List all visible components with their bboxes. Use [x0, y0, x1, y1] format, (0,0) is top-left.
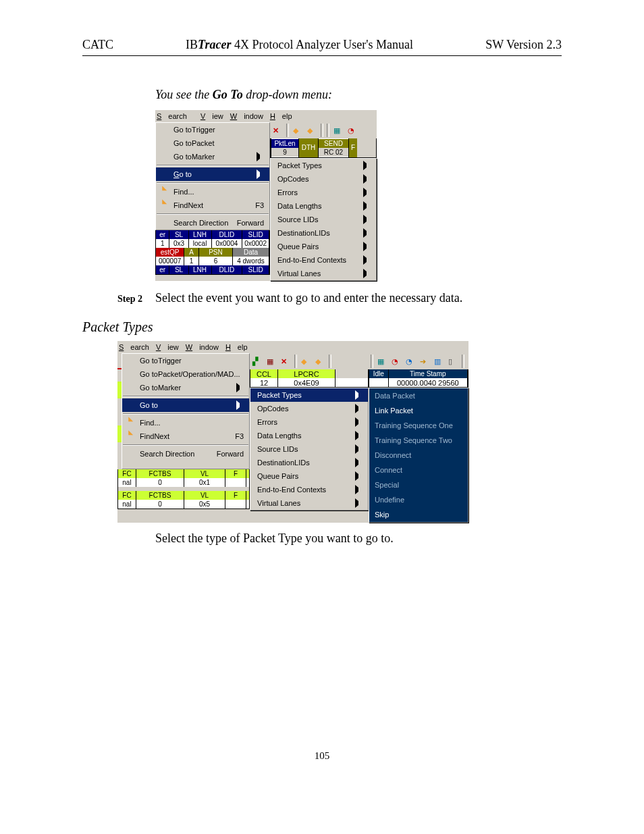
t-tso[interactable]: Training Sequence One — [369, 418, 468, 433]
t-connect[interactable]: Connect — [369, 463, 468, 477]
screenshot-packet-types: Search View Window Help — [117, 341, 468, 523]
find-next-icon[interactable]: ◆ — [314, 355, 326, 367]
report-icon[interactable]: ▦ — [376, 355, 388, 367]
header-center: IBTracer 4X Protocol Analyzer User's Man… — [186, 37, 413, 53]
page-number: 105 — [82, 750, 562, 763]
sub-virtual-lanes[interactable]: Virtual Lanes — [250, 496, 368, 510]
menu-window[interactable]: Window — [186, 342, 219, 352]
toolbar-2-right: ▦ ◔ ◔ ➔ ▥ ▯ — [369, 353, 468, 369]
section-packet-types: Packet Types — [82, 318, 562, 336]
sub-destination-lids[interactable]: Destination LIDs — [271, 226, 376, 240]
x-icon[interactable]: ✕ — [271, 124, 284, 136]
x-icon[interactable]: ✕ — [279, 355, 292, 367]
find-icon — [125, 418, 134, 427]
packet-types-tertiary: Data Packet Link Packet Training Sequenc… — [369, 388, 468, 523]
report-icon[interactable]: ▦ — [332, 124, 344, 136]
search-menu-panel-2: Go to Trigger Go to Packet/Operation/MAD… — [122, 353, 250, 469]
find-icon — [159, 187, 168, 197]
sub-data-lengths[interactable]: Data Lengths — [271, 199, 376, 213]
sub-errors[interactable]: Errors — [250, 415, 368, 429]
menu-search[interactable]: Search — [157, 111, 194, 121]
search-direction-item[interactable]: Search DirectionForward — [122, 447, 249, 461]
header-strip-3: Idle Time Stamp 00000.0040 29560 — [369, 369, 468, 388]
screenshot-goto-menu: Search View Window Help Go to Trigger Go… — [155, 110, 377, 281]
go-to-trigger-item[interactable]: Go to Trigger — [156, 123, 269, 136]
clock-red-icon[interactable]: ◔ — [390, 355, 402, 367]
clock-blue-icon[interactable]: ◔ — [404, 355, 417, 367]
packet-grid-2: FC FCTBS VL F nal 0 0x1 FC FCTBS — [117, 469, 250, 509]
header-strip-2: CCL LPCRC 12 0x4E09 — [250, 369, 369, 388]
packet-header-1: PktLen 9 DTH SEND RC 02 F — [270, 138, 377, 158]
menubar-2: Search View Window Help — [117, 341, 250, 353]
menubar: Search View Window Help — [155, 110, 270, 122]
t-skip[interactable]: Skip — [369, 507, 468, 522]
go-to-item[interactable]: Go to — [122, 398, 249, 412]
sub-opcodes[interactable]: OpCodes — [271, 172, 376, 186]
find-next-icon — [159, 201, 168, 210]
menu-separator — [157, 213, 269, 215]
menu-window[interactable]: Window — [230, 111, 263, 121]
go-to-item[interactable]: Go to — [156, 167, 269, 181]
select-instruction: Select the type of Packet Type you want … — [155, 531, 562, 546]
sub-source-lids[interactable]: Source LIDs — [250, 442, 368, 456]
sub-data-lengths[interactable]: Data Lengths — [250, 429, 368, 442]
goto-submenu: Packet Types OpCodes Errors Data Lengths… — [270, 158, 377, 281]
sub-packet-types[interactable]: Packet Types — [250, 388, 368, 402]
menu-help[interactable]: Help — [225, 342, 248, 352]
grid-icon[interactable]: ▦ — [265, 355, 277, 367]
menu-separator — [157, 182, 269, 184]
t-tst[interactable]: Training Sequence Two — [369, 433, 468, 448]
doc-icon[interactable]: ▯ — [447, 355, 459, 367]
t-undefine[interactable]: Undefine — [369, 492, 468, 507]
bar-icon[interactable]: ▥ — [433, 355, 445, 367]
t-data-packet[interactable]: Data Packet — [369, 388, 468, 403]
sub-end-to-end[interactable]: End-to-End Contexts — [250, 483, 368, 496]
toolbar-2: ▞ ▦ ✕ ◆ ◆ — [250, 353, 369, 369]
sub-queue-pairs[interactable]: Queue Pairs — [271, 240, 376, 253]
goto-submenu-2: Packet Types OpCodes Errors Data Lengths… — [250, 388, 369, 511]
sub-queue-pairs[interactable]: Queue Pairs — [250, 469, 368, 483]
find-next-icon — [125, 432, 134, 441]
t-disconnect[interactable]: Disconnect — [369, 448, 468, 463]
go-to-marker-item[interactable]: Go to Marker — [122, 381, 249, 394]
t-special[interactable]: Special — [369, 477, 468, 492]
search-menu-panel: Go to Trigger Go to Packet Go to Marker … — [155, 122, 270, 230]
sub-virtual-lanes[interactable]: Virtual Lanes — [271, 267, 376, 280]
find-icon[interactable]: ◆ — [300, 355, 312, 367]
clock-icon[interactable]: ◔ — [346, 124, 358, 136]
go-to-pom-item[interactable]: Go to Packet/Operation/MAD... — [122, 367, 249, 381]
menu-view[interactable]: View — [200, 111, 223, 121]
find-next-icon[interactable]: ◆ — [306, 124, 318, 136]
header-left: CATC — [82, 37, 113, 53]
sub-source-lids[interactable]: Source LIDs — [271, 213, 376, 226]
find-next-item[interactable]: Find NextF3 — [122, 429, 249, 443]
go-to-marker-item[interactable]: Go to Marker — [156, 150, 269, 163]
view-icon[interactable]: ▞ — [251, 355, 263, 367]
sub-destination-lids[interactable]: Destination LIDs — [250, 456, 368, 469]
intro-text: You see the Go To drop-down menu: — [155, 87, 562, 103]
menu-view[interactable]: View — [156, 342, 179, 352]
point-icon[interactable]: ➔ — [419, 355, 431, 367]
sub-opcodes[interactable]: OpCodes — [250, 402, 368, 415]
go-to-packet-item[interactable]: Go to Packet — [156, 136, 269, 150]
search-direction-item[interactable]: Search DirectionForward — [156, 216, 269, 230]
find-icon[interactable]: ◆ — [292, 124, 304, 136]
step-2: Step 2 Select the event you want to go t… — [117, 290, 562, 306]
menu-separator — [157, 165, 269, 166]
find-item[interactable]: Find... — [156, 185, 269, 199]
find-next-item[interactable]: Find NextF3 — [156, 199, 269, 212]
sub-packet-types[interactable]: Packet Types — [271, 159, 376, 172]
header-right: SW Version 2.3 — [485, 37, 562, 53]
menu-search[interactable]: Search — [119, 342, 149, 352]
packet-grid-1: er SL LNH DLID SLID 1 0x3 local 0x0004 0… — [155, 230, 270, 275]
t-link-packet[interactable]: Link Packet — [369, 403, 468, 418]
page-header: CATC IBTracer 4X Protocol Analyzer User'… — [82, 37, 562, 56]
go-to-trigger-item[interactable]: Go to Trigger — [122, 354, 249, 367]
sub-end-to-end[interactable]: End-to-End Contexts — [271, 253, 376, 267]
toolbar-1: ✕ ◆ ◆ ▦ ◔ — [270, 122, 377, 138]
find-item[interactable]: Find... — [122, 416, 249, 429]
sub-errors[interactable]: Errors — [271, 186, 376, 199]
